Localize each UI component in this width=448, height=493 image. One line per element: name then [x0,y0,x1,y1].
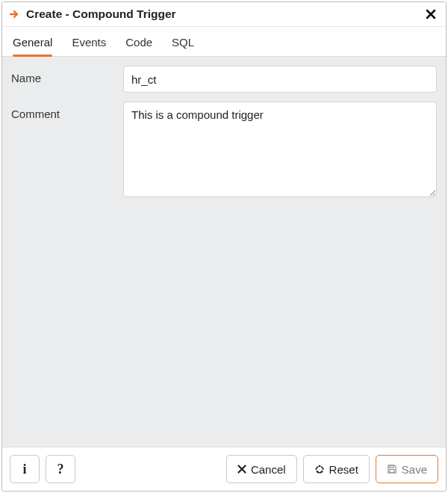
tab-general[interactable]: General [13,27,52,56]
svg-rect-1 [390,470,394,473]
label-name: Name [11,66,123,84]
cancel-button[interactable]: Cancel [226,455,297,483]
info-button[interactable]: i [10,455,40,483]
dialog: Create - Compound Trigger General Events… [1,1,447,492]
row-comment: Comment This is a compound trigger [11,102,437,200]
app-arrow-icon [8,7,22,21]
row-name: Name [11,66,437,93]
reset-button[interactable]: Reset [303,455,370,483]
footer: i ? Cancel Reset [2,447,446,491]
help-button[interactable]: ? [46,455,75,483]
save-label: Save [402,463,427,476]
cancel-label: Cancel [251,463,286,476]
close-icon [426,9,436,19]
svg-rect-0 [390,465,393,468]
help-icon: ? [57,462,64,477]
tabs: General Events Code SQL [2,27,446,57]
recycle-icon [314,464,325,474]
save-icon [387,464,397,474]
control-name [123,66,437,93]
close-button[interactable] [423,7,438,22]
control-comment: This is a compound trigger [123,102,437,200]
tab-code[interactable]: Code [125,27,152,56]
comment-input[interactable]: This is a compound trigger [123,102,437,197]
name-input[interactable] [123,66,437,93]
save-button[interactable]: Save [376,455,438,483]
titlebar: Create - Compound Trigger [2,2,446,27]
form-body: Name Comment This is a compound trigger [2,57,446,447]
tab-sql[interactable]: SQL [172,27,194,56]
dialog-title: Create - Compound Trigger [26,7,176,21]
label-comment: Comment [11,102,123,120]
reset-label: Reset [329,463,358,476]
info-icon: i [22,462,26,477]
tab-events[interactable]: Events [72,27,106,56]
cancel-icon [237,465,246,474]
